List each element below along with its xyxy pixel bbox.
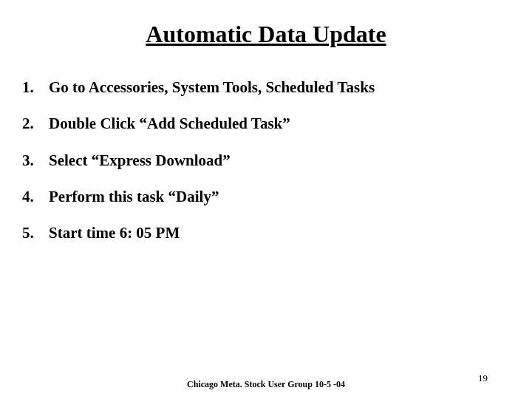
- steps-list: 1. Go to Accessories, System Tools, Sche…: [22, 78, 510, 243]
- item-text: Select “Express Download”: [49, 151, 231, 169]
- item-number: 2.: [22, 114, 34, 134]
- footer-text: Chicago Meta. Stock User Group 10-5 -04: [187, 379, 345, 390]
- footer: Chicago Meta. Stock User Group 10-5 -04: [0, 379, 532, 390]
- item-number: 4.: [22, 187, 34, 207]
- list-item: 5. Start time 6: 05 PM: [22, 223, 510, 243]
- item-text: Go to Accessories, System Tools, Schedul…: [49, 78, 375, 96]
- list-item: 4. Perform this task “Daily”: [22, 187, 510, 207]
- item-text: Double Click “Add Scheduled Task”: [49, 115, 290, 132]
- item-text: Start time 6: 05 PM: [49, 224, 180, 242]
- slide-title: Automatic Data Update: [22, 21, 510, 48]
- list-item: 3. Select “Express Download”: [22, 151, 510, 171]
- page-number: 19: [478, 372, 488, 384]
- item-number: 5.: [22, 223, 34, 243]
- item-number: 1.: [22, 78, 34, 98]
- list-item: 2. Double Click “Add Scheduled Task”: [22, 114, 510, 134]
- item-text: Perform this task “Daily”: [49, 188, 219, 205]
- item-number: 3.: [22, 151, 34, 171]
- list-item: 1. Go to Accessories, System Tools, Sche…: [22, 78, 510, 98]
